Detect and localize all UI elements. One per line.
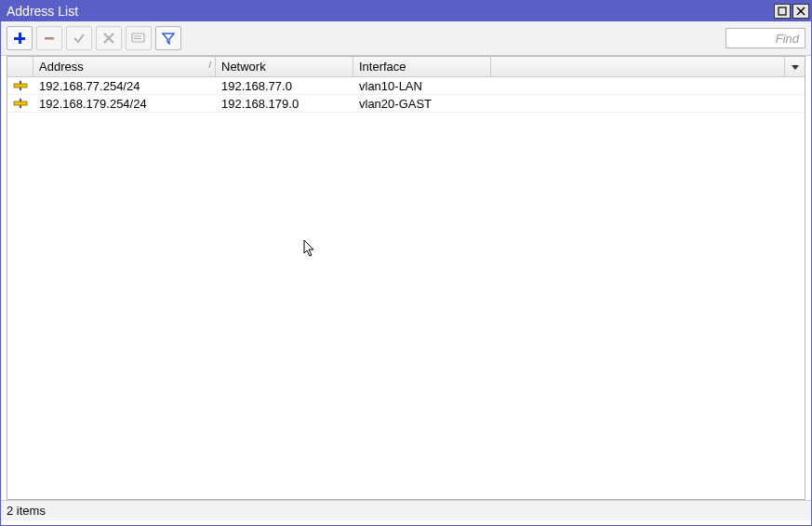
status-text: 2 items [7, 504, 46, 518]
window-controls [774, 4, 809, 19]
address-grid: Address / Network Interface 192.168.77.2… [7, 56, 805, 500]
row-icon-cell [7, 80, 33, 91]
svg-marker-12 [792, 65, 799, 70]
chevron-down-icon [791, 62, 800, 72]
status-bar: 2 items [1, 500, 811, 520]
address-icon [13, 80, 28, 91]
disable-button[interactable] [96, 26, 122, 50]
note-icon [131, 33, 146, 44]
address-icon [13, 98, 28, 109]
columns-menu-button[interactable] [784, 57, 805, 76]
comment-button[interactable] [126, 26, 152, 50]
cell-address: 192.168.179.254/24 [33, 97, 216, 111]
find-placeholder: Find [776, 32, 799, 46]
svg-rect-16 [14, 101, 27, 105]
svg-rect-5 [45, 37, 54, 40]
column-network[interactable]: Network [216, 57, 353, 76]
grid-body: 192.168.77.254/24192.168.77.0vlan10-LAN1… [7, 77, 805, 113]
table-row[interactable]: 192.168.77.254/24192.168.77.0vlan10-LAN [7, 77, 805, 95]
cell-address: 192.168.77.254/24 [33, 79, 216, 93]
column-address[interactable]: Address / [33, 57, 216, 76]
x-icon [102, 32, 115, 45]
remove-button[interactable] [36, 26, 62, 50]
cell-interface: vlan10-LAN [353, 79, 491, 93]
titlebar: Address List [1, 1, 811, 21]
mouse-cursor-icon [303, 239, 318, 258]
minimize-button[interactable] [774, 4, 791, 19]
window-title: Address List [7, 4, 774, 19]
column-interface-label: Interface [359, 60, 406, 74]
table-row[interactable]: 192.168.179.254/24192.168.179.0vlan20-GA… [7, 95, 805, 113]
column-spacer [491, 57, 784, 76]
funnel-icon [162, 32, 175, 45]
check-icon [73, 32, 86, 45]
cell-network: 192.168.77.0 [216, 79, 353, 93]
cell-interface: vlan20-GAST [353, 97, 491, 111]
column-flag[interactable] [7, 57, 33, 76]
svg-rect-4 [14, 37, 25, 40]
svg-rect-14 [14, 84, 27, 88]
minus-icon [43, 32, 56, 45]
find-input[interactable]: Find [725, 28, 805, 48]
close-button[interactable] [792, 4, 809, 19]
svg-rect-8 [132, 34, 144, 42]
row-icon-cell [7, 98, 33, 109]
svg-marker-17 [304, 240, 313, 256]
svg-rect-0 [779, 7, 786, 15]
cell-network: 192.168.179.0 [216, 97, 353, 111]
grid-header: Address / Network Interface [7, 57, 805, 77]
enable-button[interactable] [66, 26, 92, 50]
toolbar: Find [1, 21, 811, 56]
column-interface[interactable]: Interface [353, 57, 491, 76]
plus-icon [13, 32, 26, 45]
add-button[interactable] [7, 26, 33, 50]
column-address-label: Address [39, 60, 84, 74]
sort-indicator-icon: / [208, 61, 211, 70]
column-network-label: Network [221, 60, 266, 74]
svg-marker-11 [163, 34, 174, 44]
filter-button[interactable] [155, 26, 181, 50]
